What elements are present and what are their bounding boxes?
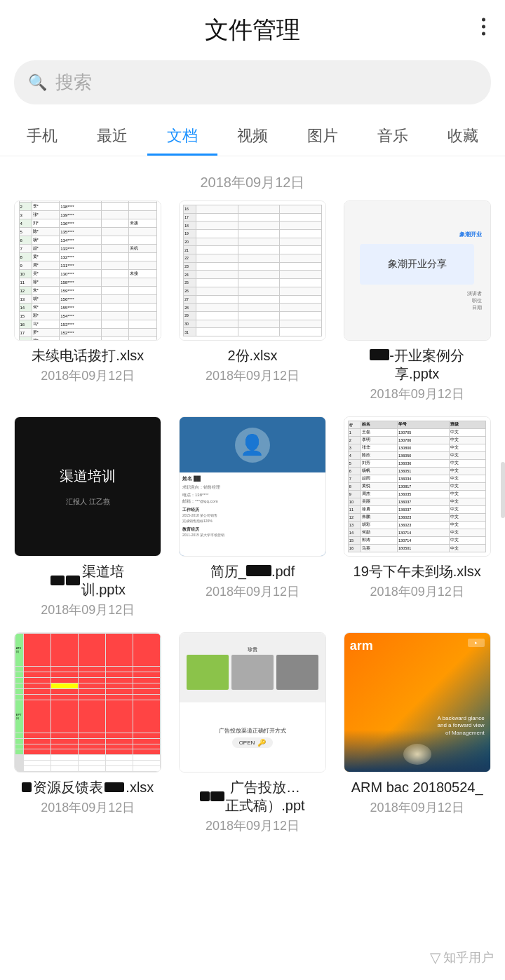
- watermark: ▽ 知乎用户: [430, 949, 494, 966]
- tab-recent[interactable]: 最近: [77, 118, 147, 156]
- tab-video[interactable]: 视频: [217, 118, 288, 156]
- tab-images[interactable]: 图片: [288, 118, 358, 156]
- file-thumbnail: 渠道培训 汇报人 江乙燕: [14, 416, 161, 557]
- file-date: 2018年09月12日: [41, 367, 135, 384]
- tab-phone[interactable]: 手机: [7, 118, 77, 156]
- file-date: 2018年09月12日: [206, 367, 299, 384]
- file-date: 2018年09月12日: [41, 799, 135, 816]
- file-grid-3: AT6日 EP7日: [0, 632, 505, 834]
- watermark-icon: ▽: [430, 949, 440, 966]
- file-grid-2: 渠道培训 汇报人 江乙燕 渠道培训.pptx 2018年09月12日 👤 姓名 …: [0, 416, 505, 618]
- file-date: 2018年09月12日: [206, 583, 299, 600]
- file-date: 2018年09月12日: [41, 601, 135, 618]
- file-thumbnail: arm ▸ A backward glanceand a forward vie…: [344, 632, 491, 773]
- file-date: 2018年09月12日: [370, 386, 464, 402]
- file-name: 广告投放…正式稿）.ppt: [200, 778, 304, 815]
- file-name: 简历_ .pdf: [210, 562, 295, 580]
- file-date: 2018年09月12日: [370, 799, 464, 816]
- file-thumbnail: 行姓名学号班级 1王磊130705中文 2李明130706中文 3张华13080…: [344, 416, 491, 557]
- list-item[interactable]: 珍贵 广告投放渠道正确打开方式 OPEN 🔑: [176, 632, 330, 834]
- app-header: 文件管理: [0, 0, 505, 53]
- list-item[interactable]: arm ▸ A backward glanceand a forward vie…: [340, 632, 494, 834]
- page-title: 文件管理: [205, 14, 300, 46]
- list-item[interactable]: ABCD 序姓名电话状态备注 1王*137**** 2李*138**** 3张*…: [11, 200, 165, 402]
- file-thumbnail: ABCD 序姓名电话状态备注 1王*137**** 2李*138**** 3张*…: [14, 200, 161, 341]
- file-date: 2018年09月12日: [370, 583, 464, 600]
- search-placeholder: 搜索: [55, 70, 92, 95]
- file-name: -开业案例分享.pptx: [370, 346, 464, 383]
- nav-tabs: 手机 最近 文档 视频 图片 音乐 收藏: [0, 118, 505, 156]
- file-thumbnail: 👤 姓名 ██ 求职意向：销售经理 电话：138**** 邮箱：***@qq.c…: [179, 416, 326, 557]
- list-item[interactable]: 行姓名学号班级 1王磊130705中文 2李明130706中文 3张华13080…: [340, 416, 494, 618]
- list-item[interactable]: 👤 姓名 ██ 求职意向：销售经理 电话：138**** 邮箱：***@qq.c…: [176, 416, 330, 618]
- file-date: 2018年09月12日: [206, 817, 299, 834]
- file-name: ARM bac 20180524_: [351, 778, 483, 796]
- search-icon: 🔍: [28, 74, 47, 92]
- file-name: 19号下午未到场.xlsx: [354, 562, 481, 580]
- file-name: 未续电话拨打.xlsx: [32, 346, 144, 365]
- more-options-button[interactable]: [476, 13, 491, 41]
- list-item[interactable]: 象潮开业 象潮开业分享 演讲者职位日期 -开业案例分享.pptx 2018年09…: [340, 200, 494, 402]
- list-item[interactable]: AT6日 EP7日: [11, 632, 165, 834]
- file-grid-1: ABCD 序姓名电话状态备注 1王*137**** 2李*138**** 3张*…: [0, 200, 505, 402]
- file-name: 资源反馈表 .xlsx: [22, 778, 154, 796]
- section-date-1: 2018年09月12日: [0, 168, 505, 200]
- watermark-text: 知乎用户: [443, 949, 494, 966]
- file-thumbnail: 珍贵 广告投放渠道正确打开方式 OPEN 🔑: [179, 632, 326, 773]
- file-thumbnail: 象潮开业 象潮开业分享 演讲者职位日期: [344, 200, 491, 341]
- tab-docs[interactable]: 文档: [147, 118, 217, 156]
- file-thumbnail: AT6日 EP7日: [14, 632, 161, 773]
- list-item[interactable]: 16 17 18 19 20 21 22 23 24 25 26 27 28 2…: [176, 200, 330, 402]
- list-item[interactable]: 渠道培训 汇报人 江乙燕 渠道培训.pptx 2018年09月12日: [11, 416, 165, 618]
- file-name: 2份.xlsx: [227, 346, 277, 365]
- tab-music[interactable]: 音乐: [358, 118, 428, 156]
- file-name: 渠道培训.pptx: [50, 562, 126, 599]
- search-bar[interactable]: 🔍 搜索: [14, 60, 491, 104]
- tab-favorites[interactable]: 收藏: [428, 118, 498, 156]
- scroll-bar[interactable]: [501, 462, 505, 518]
- file-thumbnail: 16 17 18 19 20 21 22 23 24 25 26 27 28 2…: [179, 200, 326, 341]
